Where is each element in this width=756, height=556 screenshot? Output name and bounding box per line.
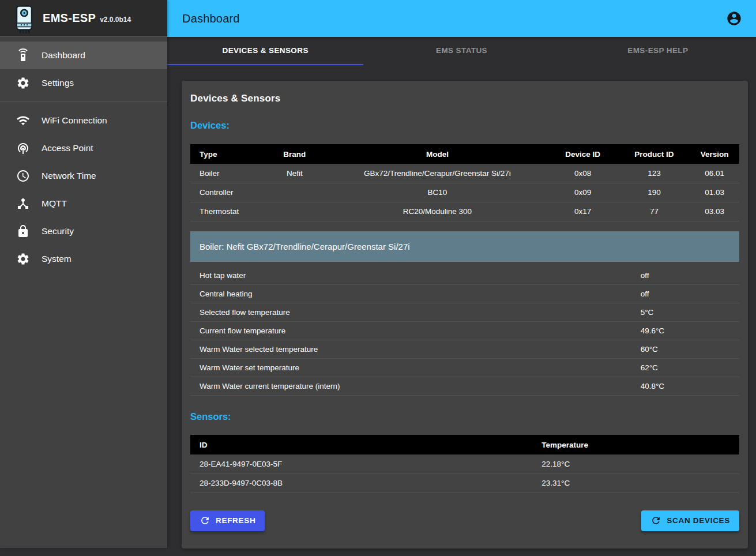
devices-heading: Devices: [190, 120, 739, 131]
table-row: Central heatingoff [190, 285, 739, 303]
table-header-row: TypeBrandModelDevice IDProduct IDVersion [190, 144, 739, 164]
devices-table: TypeBrandModelDevice IDProduct IDVersion… [190, 144, 739, 221]
sidebar-item-system[interactable]: System [0, 245, 167, 273]
wifi-icon [16, 114, 30, 127]
table-cell: Warm Water selected temperature [190, 340, 641, 359]
scan-devices-button[interactable]: SCAN DEVICES [641, 510, 739, 531]
tab-devices-sensors[interactable]: DEVICES & SENSORS [167, 37, 363, 65]
wifi-tethering-icon [16, 141, 30, 155]
table-cell: Central heating [190, 285, 641, 303]
refresh-button-label: REFRESH [216, 516, 255, 525]
table-header-row: IDTemperature [190, 435, 739, 454]
column-header-temperature: Temperature [541, 435, 739, 454]
table-row: 28-EA41-9497-0E03-5F22.18°C [190, 454, 739, 474]
sidebar-item-label: Security [42, 226, 74, 236]
table-cell: 190 [619, 183, 690, 202]
table-cell: 22.18°C [541, 454, 739, 474]
column-header-device-id: Device ID [547, 144, 619, 164]
column-header-version: Version [690, 144, 739, 164]
table-cell: 0x17 [547, 202, 619, 221]
table-cell: 01.03 [690, 183, 739, 202]
sidebar-item-security[interactable]: Security [0, 217, 167, 245]
sidebar-item-wifi-connection[interactable]: WiFi Connection [0, 107, 167, 134]
table-cell: 03.03 [690, 202, 739, 221]
sidebar-nav-secondary: WiFi ConnectionAccess PointNetwork TimeM… [0, 102, 167, 277]
table-row: ControllerBC100x0919001.03 [190, 183, 739, 202]
device-hub-icon [16, 197, 30, 211]
table-row: Selected flow temperature5°C [190, 303, 739, 322]
sidebar-item-label: Access Point [42, 143, 93, 153]
sidebar-item-network-time[interactable]: Network Time [0, 162, 167, 190]
sidebar-item-label: WiFi Connection [42, 115, 107, 126]
table-row: Hot tap wateroff [190, 266, 739, 285]
table-cell: 06.01 [690, 164, 739, 183]
column-header-product-id: Product ID [619, 144, 690, 164]
card-title: Devices & Sensors [190, 93, 739, 104]
table-cell: Warm Water current temperature (intern) [190, 377, 641, 396]
column-header-brand: Brand [262, 144, 328, 164]
sidebar-item-mqtt[interactable]: MQTT [0, 190, 167, 217]
table-cell: 5°C [641, 303, 739, 322]
sidebar-item-settings[interactable]: Settings [0, 69, 167, 97]
remote-icon [16, 48, 30, 62]
table-cell: 60°C [641, 340, 739, 359]
scan-devices-button-label: SCAN DEVICES [667, 516, 730, 525]
gear-icon [16, 252, 30, 266]
table-cell: 0x08 [547, 164, 619, 183]
table-cell: 23.31°C [541, 474, 739, 493]
main-column: Dashboard DEVICES & SENSORSEMS STATUSEMS… [167, 0, 756, 556]
table-cell: 28-EA41-9497-0E03-5F [190, 454, 541, 474]
gear-icon [16, 76, 30, 90]
tab-ems-esp-help[interactable]: EMS-ESP HELP [560, 37, 756, 65]
device-detail-banner: Boiler: Nefit GBx72/Trendline/Cerapur/Gr… [190, 231, 739, 262]
appbar: Dashboard [167, 0, 756, 37]
sidebar-item-label: Network Time [42, 171, 96, 181]
column-header-type: Type [190, 144, 262, 164]
table-cell: 77 [619, 202, 690, 221]
table-row: Warm Water selected temperature60°C [190, 340, 739, 359]
tab-ems-status[interactable]: EMS STATUS [363, 37, 559, 65]
device-detail-table: Hot tap wateroffCentral heatingoffSelect… [190, 266, 739, 396]
table-cell: Controller [190, 183, 262, 202]
table-row: ThermostatRC20/Moduline 3000x177703.03 [190, 202, 739, 221]
table-cell: Nefit [262, 164, 328, 183]
refresh-icon [650, 515, 661, 526]
sidebar-item-label: System [42, 254, 72, 264]
sidebar-header: EMS-ESP v2.0.0b14 [0, 0, 167, 37]
sensors-table: IDTemperature28-EA41-9497-0E03-5F22.18°C… [190, 435, 739, 493]
table-cell: off [641, 285, 739, 303]
sidebar-item-label: Dashboard [42, 50, 85, 61]
sidebar-item-label: Settings [42, 78, 74, 88]
table-cell: Hot tap water [190, 266, 641, 285]
device-detail-title: Boiler: Nefit GBx72/Trendline/Cerapur/Gr… [200, 242, 410, 251]
table-cell: 123 [619, 164, 690, 183]
sidebar-item-dashboard[interactable]: Dashboard [0, 42, 167, 69]
table-cell: 62°C [641, 359, 739, 377]
refresh-icon [200, 515, 210, 526]
sidebar: EMS-ESP v2.0.0b14 DashboardSettings WiFi… [0, 0, 167, 548]
refresh-button[interactable]: REFRESH [190, 510, 265, 531]
account-button[interactable] [726, 10, 742, 27]
devices-sensors-card: Devices & Sensors Devices: TypeBrandMode… [182, 81, 748, 549]
boiler-logo-icon [13, 5, 36, 35]
table-cell: Current flow temperature [190, 322, 641, 340]
table-cell: 40.8°C [641, 377, 739, 396]
table-cell: 0x09 [547, 183, 619, 202]
table-cell: BC10 [328, 183, 547, 202]
table-cell [262, 202, 328, 221]
table-cell: Selected flow temperature [190, 303, 641, 322]
tab-strip: DEVICES & SENSORSEMS STATUSEMS-ESP HELP [167, 37, 756, 65]
clock-icon [16, 169, 30, 183]
table-cell: RC20/Moduline 300 [328, 202, 547, 221]
table-cell: 28-233D-9497-0C03-8B [190, 474, 541, 493]
sidebar-item-access-point[interactable]: Access Point [0, 134, 167, 162]
sidebar-nav-primary: DashboardSettings [0, 37, 167, 102]
sidebar-item-label: MQTT [42, 198, 67, 209]
account-circle-icon [726, 10, 742, 27]
table-cell: Warm Water set temperature [190, 359, 641, 377]
content-area: Devices & Sensors Devices: TypeBrandMode… [167, 65, 756, 556]
table-row: Current flow temperature49.6°C [190, 322, 739, 340]
table-cell: off [641, 266, 739, 285]
app-name: EMS-ESP [43, 12, 96, 25]
table-cell: Thermostat [190, 202, 262, 221]
